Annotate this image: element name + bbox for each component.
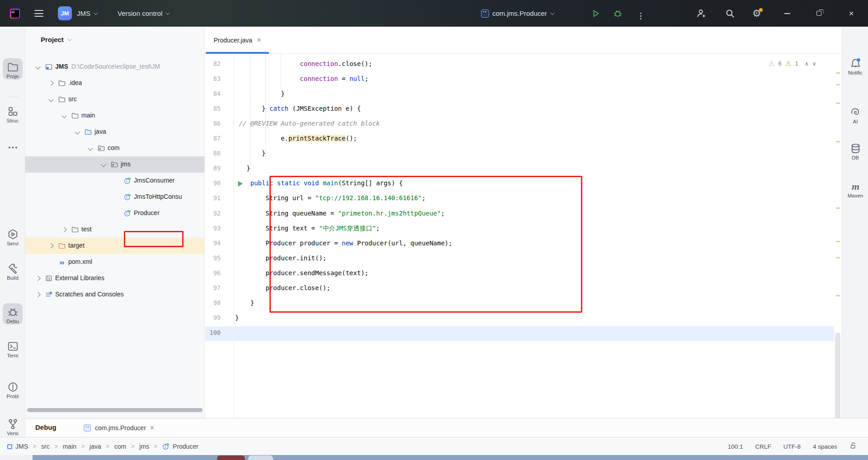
code-line-100[interactable]: 100: [205, 326, 834, 341]
tree-item-producer[interactable]: CProducer: [25, 205, 205, 221]
tree-item-com[interactable]: com: [25, 140, 205, 156]
code-line-82[interactable]: 82 connection.close();: [205, 57, 834, 72]
project-panel-header[interactable]: Project: [41, 36, 71, 43]
search-everywhere-button[interactable]: [725, 0, 735, 27]
stripe-item-more[interactable]: [3, 139, 23, 154]
tree-collapse-icon[interactable]: [35, 64, 40, 69]
svg-text:m: m: [851, 181, 859, 192]
status-widget-crlf[interactable]: CRLF: [755, 443, 771, 450]
tree-collapse-icon[interactable]: [101, 162, 106, 167]
breadcrumb-item-java[interactable]: java: [90, 443, 101, 450]
breadcrumb-item-com[interactable]: com: [114, 443, 126, 450]
tree-item-external-libraries[interactable]: External Libraries: [25, 270, 205, 286]
settings-button[interactable]: ⚙: [752, 0, 761, 27]
warning-stripe-mark[interactable]: [836, 207, 840, 209]
status-widget-utf-8[interactable]: UTF-8: [783, 443, 801, 450]
horizontal-scrollbar[interactable]: [27, 408, 203, 412]
restore-button[interactable]: [808, 0, 829, 27]
warning-stripe-mark[interactable]: [836, 295, 840, 296]
tree-collapse-icon[interactable]: [61, 113, 66, 118]
stripe-item-bell[interactable]: Notific: [845, 55, 865, 76]
tree-item-main[interactable]: main: [25, 108, 205, 124]
code-line-83[interactable]: 83 connection = null;: [205, 72, 834, 87]
debug-button[interactable]: [613, 0, 623, 27]
code-with-me-button[interactable]: [696, 0, 706, 27]
lock-icon[interactable]: [849, 442, 857, 451]
warning-stripe-mark[interactable]: [836, 72, 840, 74]
close-tab-icon[interactable]: ×: [257, 36, 261, 44]
stripe-item-db[interactable]: DB: [845, 140, 865, 161]
breadcrumb-item-jms[interactable]: jms: [139, 443, 149, 450]
warning-stripe-mark[interactable]: [836, 257, 840, 258]
code-line-86[interactable]: 86 // @REVIEW Auto-generated catch block: [205, 117, 834, 132]
services-icon: [3, 227, 23, 241]
inspections-widget[interactable]: ⚠ 6 ⚠ 1 ∧ ∨: [769, 60, 816, 67]
settings-badge: [759, 8, 763, 12]
tree-item-jms[interactable]: JMSD:\CodeSource\eclipse_test\JM: [25, 59, 205, 75]
tree-expand-icon[interactable]: [48, 80, 53, 85]
line-number: 96: [206, 269, 221, 277]
status-widget-4-spaces[interactable]: 4 spaces: [813, 443, 837, 450]
tree-collapse-icon[interactable]: [75, 129, 80, 134]
tree-expand-icon[interactable]: [35, 276, 40, 281]
code-line-99[interactable]: 99}: [205, 311, 834, 326]
close-tab-icon[interactable]: ×: [150, 424, 154, 432]
tree-item-jmsconsumer[interactable]: CJmsConsumer: [25, 173, 205, 189]
breadcrumb-item-jms[interactable]: JMS: [7, 443, 28, 450]
tree-item-jmstohttpconsu[interactable]: CJmsToHttpConsu: [25, 189, 205, 205]
more-actions-button[interactable]: [640, 0, 642, 27]
stripe-item-terminal[interactable]: Term: [3, 338, 23, 359]
vcs-widget[interactable]: Version control: [118, 0, 169, 27]
close-button[interactable]: ×: [841, 0, 862, 27]
breadcrumb-separator: >: [106, 443, 109, 450]
warning-stripe-mark[interactable]: [836, 103, 840, 104]
debug-session-tab[interactable]: com.jms.Producer ×: [84, 418, 154, 437]
warning-stripe-mark[interactable]: [836, 84, 840, 85]
main-menu-icon[interactable]: [34, 10, 43, 19]
stripe-item-services[interactable]: Servi: [3, 225, 23, 247]
weak-warning-icon: ⚠: [785, 60, 791, 67]
tree-expand-icon[interactable]: [48, 243, 53, 248]
tree-item-scratches-and-consoles[interactable]: Scratches and Consoles: [25, 286, 205, 303]
run-button[interactable]: [591, 0, 600, 27]
tree-item-java[interactable]: java: [25, 124, 205, 140]
prev-problem-icon[interactable]: ∧: [805, 61, 809, 67]
search-icon: [725, 9, 735, 19]
tree-item-pom-xml[interactable]: mpom.xml: [25, 254, 205, 270]
tab-producer-java[interactable]: Producer.java ×: [206, 27, 269, 54]
tree-item-jms[interactable]: jms: [25, 156, 205, 173]
warning-stripe-mark[interactable]: [836, 241, 840, 242]
folder-icon: [58, 96, 66, 103]
status-widget-100-1[interactable]: 100:1: [728, 443, 743, 450]
breadcrumb-item-producer[interactable]: CProducer: [162, 443, 198, 450]
stripe-item-project[interactable]: Proje: [3, 58, 23, 80]
code-line-87[interactable]: 87 e.printStackTrace();: [205, 132, 834, 147]
code-line-88[interactable]: 88 }: [205, 147, 834, 162]
code-line-89[interactable]: 89 }: [205, 162, 834, 177]
project-switcher[interactable]: JMS: [77, 0, 97, 27]
stripe-item-build[interactable]: Build: [3, 260, 23, 281]
code-line-85[interactable]: 85 } catch (JMSException e) {: [205, 102, 834, 117]
code-line-84[interactable]: 84 }: [205, 87, 834, 102]
class-icon: C: [162, 443, 170, 450]
stripe-item-structure[interactable]: Struc: [3, 103, 23, 124]
tree-collapse-icon[interactable]: [48, 97, 53, 102]
stripe-item-ai[interactable]: AI: [845, 103, 865, 125]
stripe-item-maven[interactable]: mMaven: [845, 178, 865, 199]
next-problem-icon[interactable]: ∨: [812, 61, 816, 67]
run-configuration-widget[interactable]: com.jms.Producer: [481, 0, 553, 27]
warning-stripe-mark[interactable]: [836, 141, 840, 142]
tree-expand-icon[interactable]: [35, 292, 40, 297]
stripe-item-problems[interactable]: Probl: [3, 378, 23, 399]
vertical-scrollbar[interactable]: [835, 333, 840, 425]
tree-expand-icon[interactable]: [61, 227, 66, 232]
minimize-button[interactable]: [777, 0, 797, 27]
bug-icon: [613, 9, 623, 18]
tree-collapse-icon[interactable]: [88, 146, 93, 150]
stripe-item-debug[interactable]: Debu: [3, 303, 23, 324]
project-avatar[interactable]: JM: [58, 6, 72, 20]
breadcrumb-item-main[interactable]: main: [63, 443, 76, 450]
breadcrumb-item-src[interactable]: src: [41, 443, 50, 450]
tree-item--idea[interactable]: .idea: [25, 75, 205, 91]
tree-item-src[interactable]: src: [25, 91, 205, 108]
